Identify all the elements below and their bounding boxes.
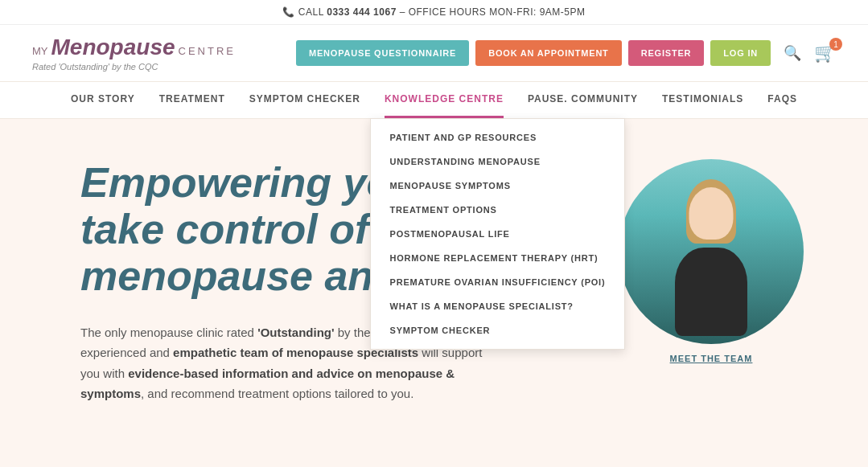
cart-badge: 1 [829,38,842,51]
header-buttons: MENOPAUSE QUESTIONNAIRE BOOK AN APPOINTM… [296,40,836,66]
nav-item-faqs[interactable]: FAQS [767,93,797,118]
dropdown-item-treatment-options[interactable]: TREATMENT OPTIONS [371,198,625,222]
hero-right: MEET THE TEAM [619,159,804,363]
office-hours: – OFFICE HOURS MON-FRI: 9AM-5PM [400,6,586,18]
phone-label: CALL [298,6,324,18]
nav-item-symptom-checker[interactable]: SYMPTOM CHECKER [249,93,360,118]
person-silhouette [655,183,767,344]
dropdown-item-symptom-checker[interactable]: SYMPTOM CHECKER [371,318,625,342]
person-body [675,248,747,336]
logo-centre: CENTRE [179,45,236,57]
nav-item-testimonials[interactable]: TESTIMONIALS [662,93,743,118]
nav: OUR STORY TREATMENT SYMPTOM CHECKER KNOW… [0,82,868,119]
logo[interactable]: MY Menopause CENTRE [32,35,236,60]
logo-menopause: Menopause [51,35,175,60]
hero-person-image [619,159,804,344]
person-face [689,187,734,240]
header: MY Menopause CENTRE Rated 'Outstanding' … [0,25,868,82]
top-bar: 📞 CALL 0333 444 1067 – OFFICE HOURS MON-… [0,0,868,25]
hero-image-circle [619,159,804,344]
dropdown-item-patient-gp[interactable]: PATIENT AND GP RESOURCES [371,125,625,150]
logo-rating: Rated 'Outstanding' by the CQC [32,62,158,72]
nav-item-pause-community[interactable]: PAUSE. COMMUNITY [528,93,638,118]
logo-my: MY [32,45,48,57]
meet-the-team-link[interactable]: MEET THE TEAM [670,354,753,363]
dropdown-item-hrt[interactable]: HORMONE REPLACEMENT THERAPY (HRT) [371,246,625,270]
search-icon[interactable]: 🔍 [784,44,801,62]
nav-item-knowledge-centre[interactable]: KNOWLEDGE CENTRE [385,93,504,118]
login-button[interactable]: LOG IN [710,40,771,66]
cart-area[interactable]: 🛒 1 [814,43,836,63]
dropdown-item-postmenopausal-life[interactable]: POSTMENOPAUSAL LIFE [371,222,625,246]
knowledge-centre-dropdown: PATIENT AND GP RESOURCES UNDERSTANDING M… [370,118,626,350]
phone-icon: 📞 [282,6,295,18]
book-appointment-button[interactable]: BOOK AN APPOINTMENT [475,40,621,66]
register-button[interactable]: REGISTER [628,40,705,66]
dropdown-item-specialist[interactable]: WHAT IS A MENOPAUSE SPECIALIST? [371,294,625,318]
logo-area: MY Menopause CENTRE Rated 'Outstanding' … [32,35,236,72]
nav-item-our-story[interactable]: OUR STORY [71,93,135,118]
dropdown-item-menopause-symptoms[interactable]: MENOPAUSE SYMPTOMS [371,174,625,198]
dropdown-item-poi[interactable]: PREMATURE OVARIAN INSUFFICIENCY (POI) [371,270,625,294]
nav-item-treatment[interactable]: TREATMENT [159,93,225,118]
phone-number[interactable]: 0333 444 1067 [327,6,397,18]
dropdown-item-understanding-menopause[interactable]: UNDERSTANDING MENOPAUSE [371,150,625,174]
menopause-questionnaire-button[interactable]: MENOPAUSE QUESTIONNAIRE [296,40,469,66]
